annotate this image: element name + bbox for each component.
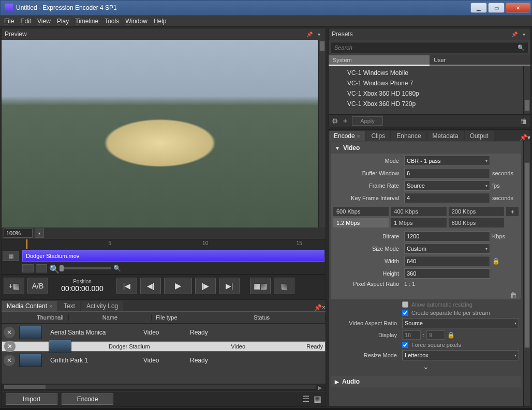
- bitrate-preset[interactable]: 800 Kbps: [448, 218, 505, 228]
- preset-item[interactable]: VC-1 Xbox 360 HD 1080p: [347, 88, 523, 99]
- markers-button[interactable]: ▦: [274, 278, 294, 294]
- maximize-button[interactable]: ▭: [488, 3, 505, 13]
- keyframe-input[interactable]: 4: [404, 193, 490, 203]
- zoom-in-icon[interactable]: 🔍: [113, 265, 122, 272]
- menu-edit[interactable]: Edit: [20, 18, 31, 25]
- bitrate-preset[interactable]: 1 Mbps: [390, 218, 447, 228]
- remove-icon[interactable]: ✕: [4, 355, 15, 366]
- presets-scrollbar[interactable]: [523, 66, 530, 114]
- menu-window[interactable]: Window: [125, 18, 147, 25]
- step-back-button[interactable]: ◀|: [140, 278, 161, 294]
- timeline-tool-2[interactable]: [36, 264, 47, 272]
- zoom-slider[interactable]: [60, 267, 111, 269]
- display-w-input[interactable]: 16: [402, 330, 421, 340]
- presets-tab-user[interactable]: User: [430, 55, 530, 66]
- display-h-input[interactable]: 9: [426, 330, 445, 340]
- tab-enhance[interactable]: Enhance: [391, 131, 426, 141]
- pin-icon[interactable]: 📌: [306, 31, 313, 38]
- pin-icon[interactable]: 📌: [511, 31, 518, 38]
- lock-icon[interactable]: 🔒: [447, 331, 455, 339]
- width-input[interactable]: 640: [404, 256, 490, 266]
- preset-item[interactable]: VC-1 Windows Mobile: [347, 68, 523, 78]
- view-grid-icon[interactable]: ▦: [314, 394, 321, 404]
- zoom-select[interactable]: 100%: [4, 229, 33, 238]
- view-list-icon[interactable]: ☰: [302, 394, 309, 404]
- tab-output[interactable]: Output: [465, 131, 494, 141]
- tab-metadata[interactable]: Metadata: [427, 131, 464, 141]
- step-forward-button[interactable]: |▶: [195, 278, 216, 294]
- menu-timeline[interactable]: Timeline: [75, 18, 98, 25]
- goto-end-button[interactable]: ▶|: [219, 278, 240, 294]
- split-button[interactable]: ▦▦: [250, 278, 271, 294]
- zoom-out-icon[interactable]: 🔍: [49, 264, 57, 272]
- apply-button[interactable]: Apply: [352, 116, 383, 126]
- force-square-checkbox[interactable]: [402, 342, 408, 348]
- close-button[interactable]: ✕: [506, 3, 530, 13]
- dropdown-icon[interactable]: ▾: [527, 134, 530, 141]
- minimize-button[interactable]: ▁: [470, 3, 487, 13]
- remove-icon[interactable]: ✕: [4, 327, 15, 338]
- ab-button[interactable]: A/B: [27, 278, 48, 294]
- media-hscroll[interactable]: ▸: [2, 384, 326, 391]
- trash-icon[interactable]: 🗑: [331, 291, 521, 299]
- video-aspect-select[interactable]: Source▾: [402, 318, 519, 328]
- add-icon[interactable]: ＋: [342, 116, 349, 126]
- dropdown-icon[interactable]: ▾: [315, 31, 322, 38]
- mode-select[interactable]: CBR - 1 pass▾: [404, 156, 490, 166]
- menu-tools[interactable]: Tools: [105, 18, 119, 25]
- resize-mode-select[interactable]: Letterbox▾: [402, 350, 519, 360]
- tab-media-content[interactable]: Media Content×: [2, 301, 57, 311]
- import-button[interactable]: Import: [6, 393, 57, 405]
- timeline-clip[interactable]: Dodger Stadium.mov: [22, 250, 324, 262]
- bitrate-preset[interactable]: 600 Kbps: [333, 206, 389, 217]
- preset-item[interactable]: VC-1 Windows Phone 7: [347, 78, 523, 88]
- encode-scrollbar[interactable]: [523, 141, 530, 406]
- video-section-header[interactable]: ▼Video: [331, 142, 521, 154]
- expand-more-icon[interactable]: ⌄: [333, 361, 519, 372]
- menu-file[interactable]: File: [4, 18, 14, 25]
- tab-clips[interactable]: Clips: [366, 131, 391, 141]
- create-separate-checkbox[interactable]: [402, 310, 408, 316]
- height-input[interactable]: 360: [404, 268, 490, 279]
- media-row[interactable]: ✕ Griffith Park 1 Video Ready: [2, 352, 326, 369]
- preview-viewport[interactable]: [2, 40, 318, 227]
- dropdown-icon[interactable]: ▾: [520, 31, 527, 38]
- bitrate-preset[interactable]: 1.2 Mbps: [333, 218, 389, 228]
- bitrate-preset[interactable]: 400 Kbps: [390, 206, 447, 217]
- pin-icon[interactable]: 📌: [314, 304, 322, 311]
- allow-resize-checkbox: [402, 301, 408, 308]
- close-panel-icon[interactable]: ×: [322, 304, 326, 311]
- audio-section-header[interactable]: ▶Audio: [331, 376, 521, 387]
- zoom-dropdown[interactable]: ▾: [35, 229, 44, 238]
- lock-icon[interactable]: 🔒: [492, 257, 517, 265]
- preset-item[interactable]: VC-1 Xbox 360 HD 720p: [347, 99, 523, 109]
- encode-button[interactable]: Encode: [62, 393, 113, 405]
- timeline-ruler[interactable]: 5 10 15: [2, 239, 326, 249]
- timeline-tool-1[interactable]: [22, 264, 34, 272]
- buffer-window-input[interactable]: 6: [404, 168, 490, 178]
- bitrate-input[interactable]: 1200: [404, 231, 490, 241]
- add-clip-button[interactable]: +▦: [4, 278, 24, 294]
- bitrate-add-button[interactable]: ＋: [506, 206, 519, 217]
- menu-play[interactable]: Play: [57, 18, 69, 25]
- media-row[interactable]: ✕ Dodger Stadium Video Ready: [2, 341, 326, 352]
- framerate-select[interactable]: Source▾: [404, 180, 490, 191]
- remove-icon[interactable]: ✕: [4, 341, 16, 352]
- menu-view[interactable]: View: [37, 18, 51, 25]
- trash-icon[interactable]: 🗑: [520, 117, 527, 125]
- presets-tab-system[interactable]: System: [329, 55, 430, 66]
- sizemode-select[interactable]: Custom▾: [404, 244, 490, 254]
- presets-title: Presets: [332, 31, 509, 38]
- presets-search[interactable]: Search🔍: [331, 42, 528, 53]
- tab-encode[interactable]: Encode×: [329, 131, 365, 141]
- gear-icon[interactable]: ⚙: [332, 117, 338, 125]
- tab-text[interactable]: Text: [58, 301, 80, 311]
- tab-activity-log[interactable]: Activity Log: [81, 301, 123, 311]
- play-button[interactable]: ▶: [164, 278, 192, 294]
- preview-scrollbar[interactable]: [318, 40, 326, 227]
- media-row[interactable]: ✕ Aerial Santa Monica Video Ready: [2, 324, 326, 341]
- menu-help[interactable]: Help: [154, 18, 167, 25]
- pin-icon[interactable]: 📌: [520, 134, 527, 141]
- goto-start-button[interactable]: |◀: [116, 278, 137, 294]
- bitrate-preset[interactable]: 200 Kbps: [448, 206, 505, 217]
